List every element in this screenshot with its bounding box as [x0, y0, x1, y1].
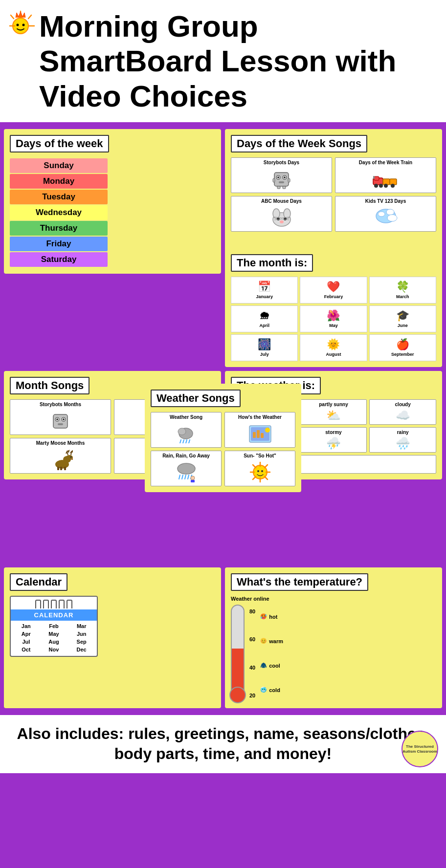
weather-songs-card: Weather Songs Weather Song How's the Wea	[145, 384, 301, 492]
days-of-week-card: Days of the week Sunday Monday Tuesday W…	[4, 129, 221, 274]
video-days-train[interactable]: Days of the Week Train	[335, 157, 436, 193]
temp-20: 20	[249, 693, 255, 698]
cal-row-4: Oct Nov Dec	[13, 646, 95, 653]
svg-point-38	[378, 212, 385, 217]
svg-rect-56	[60, 467, 62, 470]
footer-text: Also includes: rules, greetings, name, s…	[10, 724, 436, 764]
svg-point-20	[374, 184, 378, 188]
svg-rect-15	[288, 178, 290, 182]
days-card-title: Days of the week	[10, 135, 109, 152]
weather-rainy[interactable]: rainy 🌧️	[369, 427, 436, 453]
svg-point-10	[277, 176, 279, 178]
cal-nov: Nov	[41, 646, 67, 653]
calendar-header: CALENDAR	[11, 609, 97, 621]
svg-point-92	[261, 470, 263, 472]
dow-songs-grid: Storybots Days	[231, 157, 436, 232]
temp-80: 80	[249, 608, 255, 614]
thermometer	[231, 605, 245, 702]
brand-badge: The Structured Autism Classroom	[401, 731, 438, 767]
video-rain-go-away[interactable]: Rain, Rain, Go Away	[151, 451, 222, 486]
day-thursday[interactable]: Thursday	[10, 221, 108, 236]
ring-2	[43, 600, 49, 608]
weather-partly-sunny[interactable]: partly sunny ⛅	[300, 399, 367, 425]
svg-line-77	[185, 475, 186, 479]
svg-rect-19	[374, 176, 379, 180]
month-may[interactable]: 🌺 May	[300, 305, 367, 332]
svg-point-21	[379, 184, 383, 188]
month-jan[interactable]: 📅 January	[231, 277, 298, 304]
month-is-title: The month is:	[231, 254, 313, 272]
brand-text: The Structured Autism Classroom	[402, 744, 437, 754]
temp-scale: 80 60 40 20	[249, 605, 255, 702]
svg-line-88	[265, 477, 268, 479]
month-feb[interactable]: ❤️ February	[300, 277, 367, 304]
svg-rect-41	[53, 414, 67, 428]
video-sun-so-hot[interactable]: Sun- "So Hot"	[224, 451, 295, 486]
svg-point-32	[280, 220, 284, 223]
video-storybots-days[interactable]: Storybots Days	[231, 157, 332, 193]
month-grid: 📅 January ❤️ February 🍀 March 🌧 April 🌺	[231, 277, 436, 361]
cal-apr: Apr	[13, 630, 40, 637]
video-abc-mouse[interactable]: ABC Mouse Days	[231, 196, 332, 232]
svg-point-74	[178, 463, 195, 474]
ring-3	[51, 600, 57, 608]
header: Morning Group SmartBoard Lesson with Vid…	[0, 0, 446, 125]
day-wednesday[interactable]: Wednesday	[10, 205, 108, 220]
svg-rect-72	[261, 433, 264, 438]
svg-point-40	[387, 215, 397, 221]
day-monday[interactable]: Monday	[10, 174, 108, 189]
video-storybots-months[interactable]: Storybots Months	[10, 399, 111, 435]
cal-dec: Dec	[68, 646, 95, 653]
svg-line-5	[11, 15, 14, 19]
svg-line-65	[183, 440, 184, 443]
temp-hot: 🥵 hot	[260, 613, 283, 620]
svg-line-89	[265, 465, 268, 468]
cal-aug: Aug	[41, 638, 67, 645]
day-sunday[interactable]: Sunday	[10, 158, 108, 173]
weather-cloudy[interactable]: cloudy ☁️	[369, 399, 436, 425]
month-sep[interactable]: 🍎 September	[369, 334, 436, 361]
day-tuesday[interactable]: Tuesday	[10, 190, 108, 204]
sun-icon	[6, 9, 35, 38]
video-kids-tv[interactable]: Kids TV 123 Days	[335, 196, 436, 232]
month-jun[interactable]: 🎓 June	[369, 305, 436, 332]
svg-point-12	[284, 176, 286, 178]
svg-point-43	[56, 418, 58, 420]
cal-oct: Oct	[13, 646, 40, 653]
month-apr[interactable]: 🌧 April	[231, 305, 298, 332]
svg-point-59	[70, 456, 71, 457]
month-songs-title: Month Songs	[10, 377, 89, 394]
cal-row-3: Jul Aug Sep	[13, 638, 95, 645]
calendar-visual[interactable]: CALENDAR Jan Feb Mar Apr May Jun Jul Aug	[10, 596, 98, 657]
svg-point-25	[391, 184, 395, 188]
svg-rect-57	[64, 467, 66, 470]
svg-line-2	[28, 15, 31, 19]
cal-row-2: Apr May Jun	[13, 630, 95, 637]
day-friday[interactable]: Friday	[10, 237, 108, 251]
svg-rect-46	[58, 423, 63, 425]
cal-jul: Jul	[13, 638, 40, 645]
calendar-body: Jan Feb Mar Apr May Jun Jul Aug Sep	[11, 621, 97, 656]
video-marty-moose[interactable]: Marty Moose Months	[10, 438, 111, 474]
svg-point-7	[22, 24, 25, 26]
day-saturday[interactable]: Saturday	[10, 252, 108, 267]
svg-rect-26	[373, 176, 375, 179]
svg-point-31	[284, 217, 287, 220]
weather-songs-grid: Weather Song How's the Weather	[151, 412, 295, 486]
svg-line-75	[179, 475, 180, 479]
cal-jan: Jan	[13, 623, 40, 629]
svg-line-66	[186, 440, 187, 443]
video-weather-song[interactable]: Weather Song	[151, 412, 222, 448]
weather-stormy[interactable]: stormy ⛈️	[300, 427, 367, 453]
month-mar[interactable]: 🍀 March	[369, 277, 436, 304]
video-hows-weather[interactable]: How's the Weather	[224, 412, 295, 448]
temp-level-icons: 🥵 hot 😊 warm 🧥 cool 🥶 cold	[260, 605, 283, 702]
temp-40: 40	[249, 665, 255, 671]
month-aug[interactable]: 🌞 August	[300, 334, 367, 361]
weather-songs-title: Weather Songs	[151, 390, 241, 407]
calendar-card: Calendar CALENDAR Jan Feb Mar	[4, 567, 221, 708]
month-is-card: The month is: 📅 January ❤️ February 🍀 Ma…	[225, 248, 442, 367]
month-jul[interactable]: 🎆 July	[231, 334, 298, 361]
svg-rect-14	[273, 178, 275, 182]
svg-line-67	[189, 440, 190, 443]
